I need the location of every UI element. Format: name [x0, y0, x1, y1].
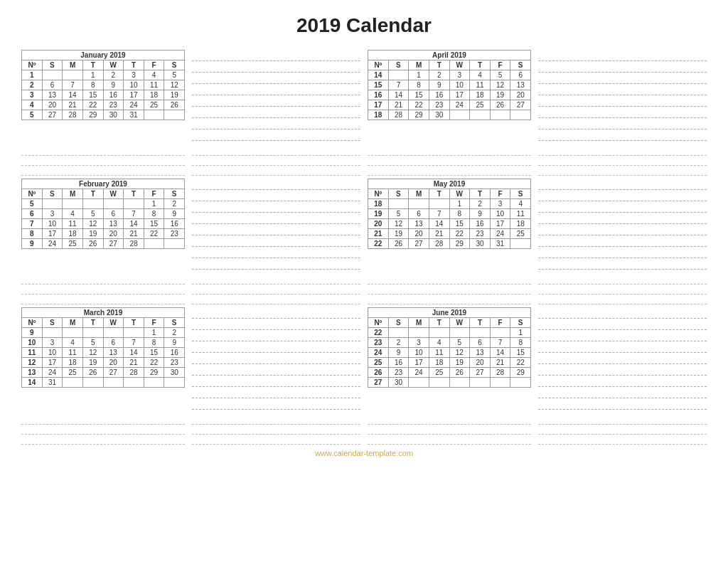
note-line — [192, 320, 360, 330]
table-row: 912 — [22, 328, 185, 338]
col-header-w: W — [449, 60, 470, 70]
note-line — [192, 343, 360, 353]
separator-line — [21, 417, 185, 425]
march-title: March 2019 — [22, 308, 185, 318]
between-1-2 — [21, 148, 707, 176]
note-line — [538, 226, 707, 235]
separator-line — [538, 168, 707, 176]
june-title: June 2019 — [368, 308, 531, 318]
col-header-s2: S — [510, 60, 531, 70]
note-line — [192, 203, 360, 213]
separator-line — [368, 437, 531, 445]
separator-line — [538, 148, 707, 156]
separator-line — [538, 277, 707, 285]
table-row: 92425262728 — [22, 239, 185, 249]
note-line — [538, 120, 707, 129]
between-feb — [21, 277, 185, 304]
row-3: March 2019 NºSMTWTFS 912 103456789 11101… — [21, 307, 707, 411]
separator-line — [368, 287, 531, 295]
table-row: 22262728293031 — [368, 239, 531, 249]
notes-may — [538, 179, 707, 271]
separator-line — [21, 427, 185, 435]
footer-link[interactable]: www.calendar-template.com — [21, 449, 707, 457]
between-notes-3 — [192, 277, 360, 304]
calendar-june: June 2019 NºSMTWTFS 221 232345678 249101… — [368, 307, 531, 411]
note-line — [538, 354, 707, 364]
note-line — [192, 51, 360, 61]
note-line — [192, 237, 360, 247]
separator-line — [192, 287, 360, 295]
separator-line — [192, 168, 360, 176]
note-line — [192, 226, 360, 235]
table-row: 817181920212223 — [22, 229, 185, 239]
col-header-no: Nº — [22, 60, 43, 70]
note-line — [538, 191, 707, 201]
calendar-february: February 2019 NºSMTWTFS 512 63456789 710… — [21, 179, 185, 271]
table-row: 221 — [368, 328, 531, 338]
table-row: 63456789 — [22, 209, 185, 219]
separator-line — [21, 437, 185, 445]
col-header-s1: S — [388, 60, 409, 70]
note-line — [192, 354, 360, 364]
note-line — [192, 377, 360, 387]
between-notes-4 — [538, 277, 707, 304]
sep-notes-bottom-1 — [192, 417, 360, 445]
note-line — [192, 332, 360, 341]
notes-apr — [538, 50, 707, 142]
table-row: 2012131415161718 — [368, 219, 531, 229]
col-header-t2: T — [470, 60, 491, 70]
note-line — [538, 214, 707, 224]
note-line — [538, 74, 707, 84]
separator-line — [192, 437, 360, 445]
separator-line — [368, 297, 531, 304]
january-title: January 2019 — [22, 51, 185, 60]
between-jan — [21, 148, 185, 176]
note-line — [538, 237, 707, 247]
calendar-may: May 2019 NºSMTWTFS 181234 19567891011 20… — [368, 179, 531, 271]
col-header-no: Nº — [368, 60, 389, 70]
note-line — [538, 51, 707, 61]
table-row: 710111213141516 — [22, 219, 185, 229]
note-line — [192, 214, 360, 224]
note-line — [538, 180, 707, 190]
table-row: 2516171819202122 — [368, 358, 531, 368]
separator-line — [192, 277, 360, 285]
note-line — [538, 108, 707, 118]
col-header-s1: S — [42, 60, 63, 70]
separator-line — [21, 297, 185, 304]
row-2: February 2019 NºSMTWTFS 512 63456789 710… — [21, 179, 707, 271]
note-line — [538, 332, 707, 341]
separator-line — [21, 287, 185, 295]
note-line — [538, 366, 707, 376]
note-line — [192, 260, 360, 270]
note-line — [192, 388, 360, 398]
note-line — [192, 180, 360, 190]
table-row: 512 — [22, 199, 185, 209]
separator-line — [368, 427, 531, 435]
separator-line — [368, 417, 531, 425]
calendar-march: March 2019 NºSMTWTFS 912 103456789 11101… — [21, 307, 185, 411]
note-line — [538, 248, 707, 258]
separator-line — [368, 168, 531, 176]
note-line — [538, 343, 707, 353]
separator-line — [538, 158, 707, 166]
note-line — [192, 191, 360, 201]
note-line — [192, 131, 360, 141]
separator-line — [192, 297, 360, 304]
notes-jan — [192, 50, 360, 142]
table-row: 181234 — [368, 199, 531, 209]
table-row: 19567891011 — [368, 209, 531, 219]
between-2-3 — [21, 277, 707, 304]
separator-line — [538, 287, 707, 295]
separator-line — [21, 168, 185, 176]
table-row: 14123456 — [368, 70, 531, 80]
note-line — [538, 400, 707, 410]
calendar-january: January 2019 Nº S M T W T F S 112345 267… — [21, 50, 185, 142]
sep-mar-bottom — [21, 417, 185, 445]
bottom-sep-row — [21, 417, 707, 445]
note-line — [192, 400, 360, 410]
february-title: February 2019 — [22, 179, 185, 189]
table-row: 103456789 — [22, 338, 185, 348]
note-line — [538, 320, 707, 330]
separator-line — [192, 417, 360, 425]
